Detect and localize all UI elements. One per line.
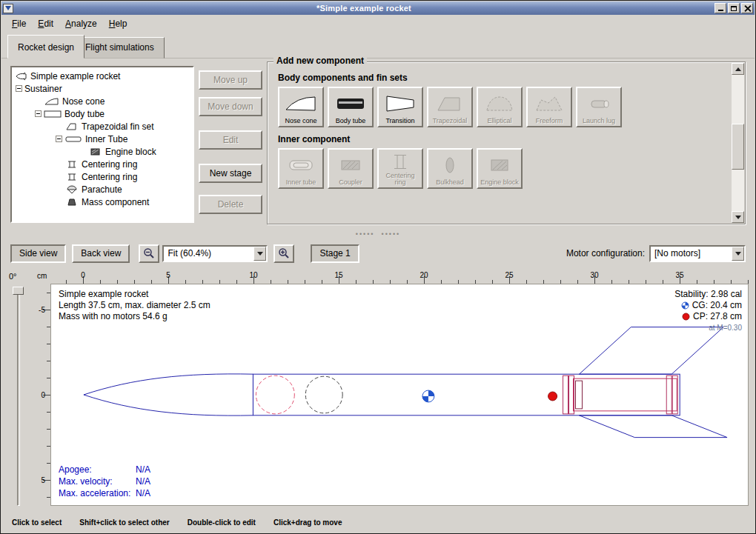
move-up-button[interactable]: Move up — [199, 70, 262, 90]
splitter-grip-icon: ••••• ••••• — [356, 233, 401, 236]
chevron-down-icon[interactable] — [253, 247, 266, 261]
app-window: *Simple example rocket File Edit Analyze… — [0, 0, 756, 534]
component-button-label: Transition — [385, 118, 414, 124]
tree-item-centering-ring-2[interactable]: Centering ring — [12, 170, 193, 183]
scroll-up-button[interactable] — [732, 63, 744, 75]
add-body-tube-button[interactable]: Body tube — [328, 87, 374, 127]
chevron-down-icon[interactable] — [732, 247, 744, 261]
add-coupler-button[interactable]: Coupler — [328, 148, 374, 189]
add-inner-tube-button[interactable]: Inner tube — [278, 148, 324, 189]
tree-item-mass-component[interactable]: Mass component — [12, 196, 193, 208]
tab-flight-simulations[interactable]: Flight simulations — [75, 37, 165, 59]
tree-item-parachute[interactable]: Parachute — [12, 183, 193, 196]
stability-value: Stability: 2.98 cal — [674, 289, 742, 300]
collapse-icon[interactable] — [56, 136, 62, 142]
arrow-down-icon — [735, 216, 741, 219]
menu-help[interactable]: Help — [103, 16, 133, 31]
fin-lower-shape[interactable] — [579, 415, 727, 438]
nose-cone-shape[interactable] — [84, 374, 253, 415]
inner-components-row: Inner tube Coupler Centering ring Bulkhe… — [278, 148, 730, 189]
motor-configuration-select[interactable]: [No motors] — [649, 245, 746, 262]
back-view-button[interactable]: Back view — [72, 244, 130, 263]
rocket-canvas[interactable]: Simple example rocket Length 37.5 cm, ma… — [50, 284, 749, 506]
collapse-icon[interactable] — [35, 110, 42, 117]
tree-item-rocket[interactable]: Simple example rocket — [12, 70, 193, 82]
maximize-button[interactable] — [728, 3, 740, 13]
add-engine-block-button[interactable]: Engine block — [477, 148, 523, 189]
tree-item-sustainer[interactable]: Sustainer — [12, 82, 193, 95]
zoom-in-button[interactable] — [273, 244, 294, 263]
component-button-label: Trapezoidal — [433, 118, 468, 124]
add-nose-cone-button[interactable]: Nose cone — [278, 87, 324, 127]
delete-button[interactable]: Delete — [199, 195, 262, 214]
ruler-unit-label: cm — [37, 272, 47, 280]
centering-ring-icon — [65, 173, 79, 181]
fin-upper-shape[interactable] — [579, 327, 723, 375]
max-velocity-value: N/A — [136, 476, 150, 487]
scrollbar-thumb[interactable] — [732, 124, 744, 170]
edit-button[interactable]: Edit — [199, 130, 262, 150]
rotation-slider-thumb[interactable] — [13, 287, 24, 295]
close-icon — [744, 5, 751, 12]
zoom-select[interactable]: Fit (60.4%) — [162, 245, 268, 262]
stage-1-toggle[interactable]: Stage 1 — [311, 244, 359, 263]
hint-click-drag: Click+drag to move — [273, 518, 342, 527]
menu-edit[interactable]: Edit — [32, 16, 59, 31]
ruler-tick-label: 25 — [505, 271, 513, 279]
add-elliptical-fin-button[interactable]: Elliptical — [477, 87, 523, 127]
max-acceleration-label: Max. acceleration: — [59, 487, 136, 499]
elliptical-fin-icon — [483, 90, 516, 118]
nose-cone-icon — [44, 97, 59, 106]
add-bulkhead-button[interactable]: Bulkhead — [427, 148, 473, 189]
zoom-out-button[interactable] — [139, 244, 159, 263]
cg-marker — [422, 390, 434, 402]
body-tube-shape[interactable] — [253, 374, 680, 415]
tree-item-label: Centering ring — [82, 159, 137, 170]
tree-item-trapezoidal-fin-set[interactable]: Trapezoidal fin set — [12, 120, 193, 133]
rotation-slider-track[interactable] — [17, 288, 20, 506]
side-view-button[interactable]: Side view — [10, 244, 66, 263]
close-button[interactable] — [741, 3, 753, 13]
body-tube-icon — [44, 110, 62, 119]
scrollbar-track[interactable] — [732, 75, 744, 211]
move-down-button[interactable]: Move down — [199, 97, 262, 116]
body-components-section-title: Body components and fin sets — [278, 73, 730, 83]
component-button-label: Centering ring — [379, 173, 421, 186]
app-icon[interactable] — [3, 4, 13, 13]
add-centering-ring-button[interactable]: Centering ring — [377, 148, 423, 189]
add-transition-button[interactable]: Transition — [377, 87, 423, 127]
splitter-handle[interactable]: ••••• ••••• — [1, 229, 755, 239]
ruler-tick-label: 0 — [41, 391, 45, 399]
hint-bar: Click to select Shift+click to select ot… — [1, 515, 755, 530]
add-launch-lug-button[interactable]: Launch lug — [576, 87, 622, 127]
minimize-button[interactable] — [714, 3, 726, 13]
menu-analyze[interactable]: Analyze — [59, 16, 103, 31]
component-button-label: Bulkhead — [436, 179, 464, 186]
tree-item-engine-block[interactable]: Engine block — [12, 145, 193, 158]
new-stage-button[interactable]: New stage — [199, 164, 262, 183]
bulkhead-icon — [434, 151, 466, 179]
tree-item-nose-cone[interactable]: Nose cone — [12, 95, 193, 107]
tree-item-inner-tube[interactable]: Inner Tube — [12, 133, 193, 145]
menu-bar: File Edit Analyze Help — [1, 15, 755, 33]
body-tube-icon — [334, 90, 367, 118]
menu-file[interactable]: File — [6, 16, 32, 31]
add-freeform-fin-button[interactable]: Freeform — [526, 87, 572, 127]
add-trapezoidal-fin-button[interactable]: Trapezoidal — [427, 87, 473, 127]
component-panel-scrollbar[interactable] — [732, 63, 744, 223]
scroll-down-button[interactable] — [732, 211, 744, 223]
ruler-tick-label: 30 — [590, 271, 598, 279]
collapse-icon[interactable] — [16, 85, 22, 92]
launch-lug-icon — [583, 90, 615, 118]
tree-item-label: Sustainer — [24, 84, 62, 94]
tab-rocket-design[interactable]: Rocket design — [7, 35, 84, 59]
tree-item-body-tube[interactable]: Body tube — [12, 107, 193, 120]
cg-icon — [681, 301, 689, 310]
apogee-value: N/A — [136, 464, 150, 475]
ruler-tick-label: 10 — [249, 271, 257, 279]
cp-marker — [548, 392, 557, 401]
horizontal-ruler: 0 5 10 15 20 25 30 35 — [50, 270, 749, 284]
centering-ring-icon — [384, 151, 417, 173]
minimize-icon — [718, 10, 723, 11]
tree-item-centering-ring-1[interactable]: Centering ring — [12, 158, 193, 170]
